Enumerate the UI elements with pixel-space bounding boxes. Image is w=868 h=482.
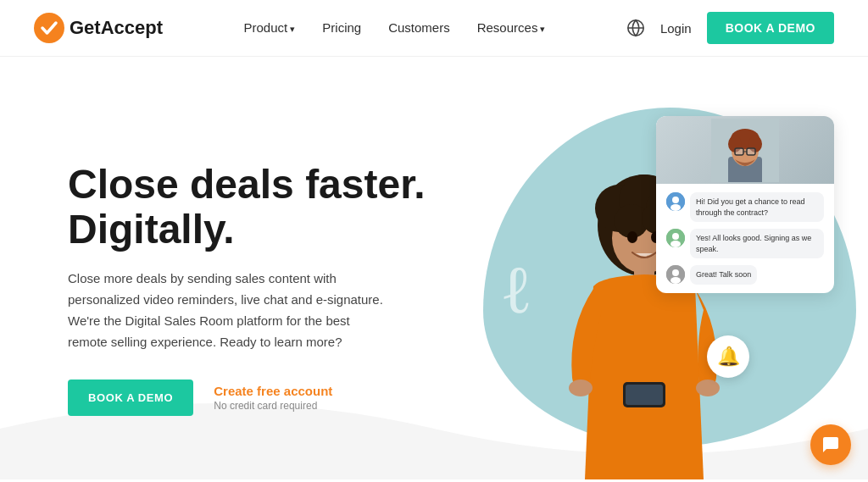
- nav-link-resources[interactable]: Resources: [477, 20, 546, 35]
- svg-point-27: [670, 204, 681, 211]
- chat-support-icon: [821, 435, 841, 455]
- nav-book-demo-button[interactable]: BOOK A DEMO: [707, 12, 834, 44]
- hero-heading-line2: Digitally.: [68, 207, 234, 252]
- chat-message-2: Yes! All looks good. Signing as we speak…: [666, 229, 824, 258]
- nav-item-product[interactable]: Product: [244, 20, 296, 36]
- chat-card: Hi! Did you get a chance to read through…: [656, 116, 834, 293]
- nav-item-resources[interactable]: Resources: [477, 20, 546, 36]
- svg-point-29: [672, 233, 679, 240]
- nav-link-pricing[interactable]: Pricing: [322, 20, 361, 35]
- create-free-account-link[interactable]: Create free account: [214, 384, 332, 398]
- chat-avatar-2: [666, 229, 685, 247]
- logo-text: GetAccept: [70, 17, 163, 39]
- svg-rect-23: [747, 148, 755, 155]
- chat-support-button[interactable]: [810, 424, 851, 465]
- man-photo-area: [656, 116, 834, 184]
- hero-right: ℓ: [475, 99, 834, 479]
- chat-avatar-3: [666, 265, 685, 284]
- svg-point-32: [672, 269, 679, 276]
- hero-subtext: Close more deals by sending sales conten…: [68, 269, 390, 352]
- svg-point-33: [670, 277, 681, 284]
- svg-rect-22: [735, 148, 743, 155]
- svg-point-13: [696, 380, 720, 396]
- logo-icon: [34, 13, 64, 43]
- man-avatar-svg: [711, 119, 779, 182]
- hero-left: Close deals faster. Digitally. Close mor…: [68, 163, 475, 417]
- nav-item-pricing[interactable]: Pricing: [322, 20, 361, 36]
- chat-card-header: [656, 116, 834, 184]
- nav-link-customers[interactable]: Customers: [388, 20, 450, 35]
- svg-point-30: [670, 241, 681, 247]
- chat-bubble-1: Hi! Did you get a chance to read through…: [690, 192, 824, 222]
- notification-bell: 🔔: [707, 335, 749, 378]
- hero-section: Close deals faster. Digitally. Close mor…: [0, 57, 868, 479]
- svg-point-9: [627, 231, 637, 243]
- nav-right: Login BOOK A DEMO: [626, 12, 834, 44]
- chat-bubble-3: Great! Talk soon: [690, 265, 757, 285]
- hero-cta-area: BOOK A DEMO Create free account No credi…: [68, 380, 475, 416]
- hero-heading-line1: Close deals faster.: [68, 162, 426, 207]
- svg-point-12: [569, 380, 593, 396]
- login-link[interactable]: Login: [660, 21, 692, 36]
- hero-heading: Close deals faster. Digitally.: [68, 163, 475, 252]
- nav-item-customers[interactable]: Customers: [388, 20, 450, 36]
- cta-free-area: Create free account No credit card requi…: [214, 384, 332, 412]
- chat-bubble-2: Yes! All looks good. Signing as we speak…: [690, 229, 824, 258]
- svg-point-26: [672, 197, 679, 203]
- no-credit-text: No credit card required: [214, 400, 332, 412]
- hero-book-demo-button[interactable]: BOOK A DEMO: [68, 380, 193, 416]
- chat-message-3: Great! Talk soon: [666, 265, 824, 285]
- svg-point-0: [34, 13, 64, 43]
- navbar: GetAccept Product Pricing Customers Reso…: [0, 0, 868, 57]
- nav-link-product[interactable]: Product: [244, 20, 296, 35]
- chat-messages: Hi! Did you get a chance to read through…: [656, 184, 834, 293]
- svg-rect-15: [626, 385, 663, 405]
- globe-icon[interactable]: [626, 19, 645, 37]
- chat-avatar-1: [666, 192, 685, 211]
- logo[interactable]: GetAccept: [34, 13, 163, 43]
- nav-links: Product Pricing Customers Resources: [244, 20, 546, 36]
- chat-message-1: Hi! Did you get a chance to read through…: [666, 192, 824, 222]
- signature-decoration: ℓ: [500, 251, 532, 328]
